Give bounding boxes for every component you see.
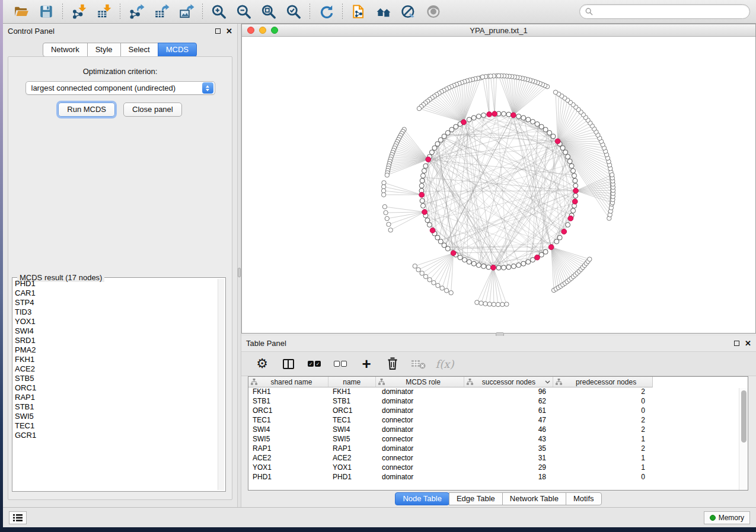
table-cell: RAP1 (248, 444, 328, 454)
mcds-result-item[interactable]: ORC1 (15, 383, 217, 393)
mcds-result-item[interactable]: PMA2 (15, 345, 217, 355)
vertical-splitter[interactable] (237, 24, 241, 507)
zoom-in-icon[interactable] (206, 2, 231, 22)
column-header-predecessor-nodes[interactable]: predecessor nodes (553, 377, 652, 387)
table-cell: TEC1 (248, 416, 328, 425)
table-row[interactable]: STB1STB1dominator620 (248, 397, 748, 406)
table-row[interactable]: TEC1TEC1connector472 (248, 416, 748, 425)
mcds-result-item[interactable]: SRD1 (15, 336, 217, 345)
run-mcds-button[interactable]: Run MCDS (58, 102, 115, 117)
optimization-criterion-select[interactable]: largest connected component (undirected) (25, 81, 215, 95)
network-view-window: YPA_prune.txt_1 (241, 24, 756, 334)
export-network-icon[interactable] (124, 2, 149, 22)
table-scrollbar-thumb[interactable] (741, 390, 747, 443)
mcds-result-item[interactable]: YOX1 (15, 317, 217, 326)
optimization-criterion-value: largest connected component (undirected) (26, 84, 202, 92)
table-scrollbar[interactable] (739, 388, 748, 490)
tab-motifs[interactable]: Motifs (566, 492, 602, 505)
mcds-result-item[interactable]: SWI4 (15, 326, 217, 336)
export-table-icon[interactable] (149, 2, 174, 22)
search-box (579, 4, 750, 19)
node-table-body: FKH1FKH1dominator962STB1STB1dominator620… (248, 387, 748, 482)
tab-node-table[interactable]: Node Table (395, 492, 449, 505)
memory-label: Memory (719, 514, 744, 522)
hide-annotations-icon[interactable] (396, 2, 421, 22)
toolbar-separator (310, 4, 310, 20)
tab-edge-table[interactable]: Edge Table (449, 492, 503, 505)
select-all-icon[interactable]: ✓✓ (304, 354, 324, 373)
search-input[interactable] (593, 6, 744, 18)
save-session-icon[interactable] (34, 2, 59, 22)
export-image-icon[interactable] (174, 2, 199, 22)
close-panel-icon[interactable]: ✕ (226, 27, 232, 35)
float-table-panel-icon[interactable] (734, 341, 739, 346)
float-panel-icon[interactable] (215, 28, 221, 34)
shared-column-icon (467, 379, 473, 385)
delete-column-icon[interactable] (382, 354, 403, 373)
table-row[interactable]: RAP1RAP1dominator352 (248, 444, 748, 454)
tab-select[interactable]: Select (120, 43, 158, 57)
memory-status-icon (710, 515, 716, 521)
tab-network[interactable]: Network (43, 43, 88, 57)
chevron-down-icon (545, 380, 550, 384)
mcds-result-item[interactable]: RAP1 (15, 393, 217, 402)
table-row[interactable]: SWI4SWI4dominator462 (248, 425, 748, 435)
column-header-successor-nodes[interactable]: successor nodes (464, 377, 553, 387)
table-cell: FKH1 (248, 387, 328, 397)
table-cell: 0 (554, 397, 653, 406)
function-builder-icon: f(x) (435, 354, 455, 373)
mcds-result-item[interactable]: STB5 (15, 374, 217, 383)
mcds-result-item[interactable]: STB1 (15, 402, 217, 412)
add-column-icon[interactable]: + (356, 354, 377, 373)
mcds-result-list: PHD1CAR1STP4TID3YOX1SWI4SRD1PMA2FKH1ACE2… (15, 279, 217, 490)
zoom-fit-icon[interactable] (256, 2, 281, 22)
import-table-icon[interactable] (91, 2, 116, 22)
home-icon[interactable] (371, 2, 396, 22)
table-panel: Table Panel ✕ ⚙✓✓+ f(x) shared namename … (241, 336, 756, 507)
task-history-button[interactable] (9, 511, 27, 524)
mcds-result-item[interactable]: PHD1 (15, 279, 217, 289)
column-header-shared-name[interactable]: shared name (248, 377, 328, 387)
mcds-result-item[interactable]: STP4 (15, 298, 217, 307)
mcds-result-scrollbar[interactable] (218, 279, 224, 490)
gear-icon[interactable]: ⚙ (252, 354, 272, 373)
mcds-result-item[interactable]: CAR1 (15, 289, 217, 298)
table-cell: 46 (465, 425, 554, 435)
table-row[interactable]: FKH1FKH1dominator962 (248, 387, 748, 397)
mcds-result-item[interactable]: TID3 (15, 307, 217, 317)
table-row[interactable]: PHD1PHD1dominator180 (248, 473, 748, 482)
table-row[interactable]: ORC1ORC1dominator610 (248, 406, 748, 416)
table-row[interactable]: YOX1YOX1connector291 (248, 463, 748, 473)
mcds-result-item[interactable]: ACE2 (15, 364, 217, 374)
mcds-result-item[interactable]: TEC1 (15, 421, 217, 431)
columns-layout-icon[interactable] (278, 354, 298, 373)
network-window-titlebar[interactable]: YPA_prune.txt_1 (242, 24, 755, 37)
table-row[interactable]: SWI5SWI5connector431 (248, 435, 748, 444)
open-session-icon[interactable] (9, 2, 34, 22)
zoom-out-icon[interactable] (231, 2, 256, 22)
table-cell: YOX1 (248, 463, 328, 473)
vertical-splitter-grip[interactable] (238, 268, 241, 277)
table-cell: 43 (465, 435, 554, 444)
share-network-icon[interactable] (346, 2, 371, 22)
table-row[interactable]: ACE2ACE2connector311 (248, 454, 748, 463)
column-header-name[interactable]: name (328, 377, 376, 387)
tab-style[interactable]: Style (87, 43, 121, 57)
mcds-result-item[interactable]: SWI5 (15, 412, 217, 421)
zoom-selected-icon[interactable] (281, 2, 306, 22)
eye-icon[interactable] (421, 2, 446, 22)
memory-button[interactable]: Memory (704, 511, 750, 524)
tab-network-table[interactable]: Network Table (502, 492, 566, 505)
column-header-MCDS-role[interactable]: MCDS role (376, 377, 465, 387)
close-table-panel-icon[interactable]: ✕ (745, 339, 751, 347)
close-panel-button[interactable]: Close panel (123, 102, 182, 117)
import-network-icon[interactable] (66, 2, 91, 22)
refresh-icon[interactable] (314, 2, 339, 22)
mcds-result-item[interactable]: FKH1 (15, 355, 217, 364)
table-cell: TEC1 (328, 416, 376, 425)
mcds-result-item[interactable]: GCR1 (15, 431, 217, 440)
network-canvas[interactable] (242, 37, 755, 333)
deselect-all-icon[interactable] (330, 354, 350, 373)
shared-column-icon (378, 379, 385, 385)
tab-mcds[interactable]: MCDS (158, 43, 197, 57)
